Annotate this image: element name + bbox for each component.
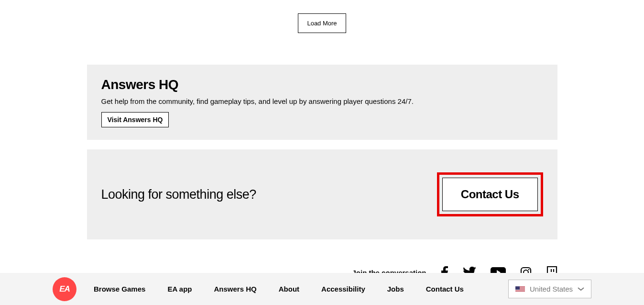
nav-jobs[interactable]: Jobs — [387, 285, 404, 293]
nav-about[interactable]: About — [279, 285, 299, 293]
contact-panel: Looking for something else? Contact Us — [87, 149, 557, 239]
svg-point-3 — [528, 269, 529, 271]
footer-nav: Browse Games EA app Answers HQ About Acc… — [94, 285, 464, 293]
highlight-box: Contact Us — [437, 172, 543, 216]
nav-contact-us[interactable]: Contact Us — [426, 285, 464, 293]
region-selector[interactable]: United States — [508, 280, 591, 298]
chevron-down-icon — [578, 287, 584, 291]
ea-logo[interactable]: EA — [53, 277, 76, 301]
answers-hq-panel: Answers HQ Get help from the community, … — [87, 65, 557, 140]
visit-answers-hq-button[interactable]: Visit Answers HQ — [101, 112, 169, 127]
contact-question: Looking for something else? — [101, 187, 256, 202]
load-more-button[interactable]: Load More — [298, 13, 346, 33]
nav-answers-hq[interactable]: Answers HQ — [214, 285, 257, 293]
region-label: United States — [530, 285, 573, 293]
nav-ea-app[interactable]: EA app — [167, 285, 192, 293]
contact-us-button[interactable]: Contact Us — [442, 178, 538, 211]
answers-hq-desc: Get help from the community, find gamepl… — [101, 97, 543, 105]
flag-us-icon — [515, 286, 525, 292]
answers-hq-title: Answers HQ — [101, 77, 543, 92]
footer: EA Browse Games EA app Answers HQ About … — [0, 273, 644, 305]
nav-accessibility[interactable]: Accessibility — [321, 285, 365, 293]
nav-browse-games[interactable]: Browse Games — [94, 285, 145, 293]
